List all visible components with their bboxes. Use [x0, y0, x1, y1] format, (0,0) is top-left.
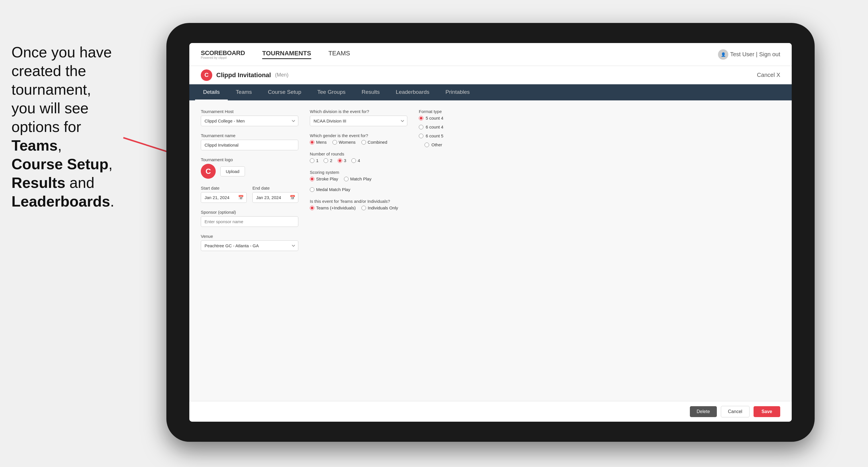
format-other[interactable]: Other [425, 142, 499, 147]
tournament-name: Clippd Invitational [216, 71, 271, 79]
tab-results[interactable]: Results [353, 84, 388, 100]
scoring-label: Scoring system [310, 170, 407, 175]
rounds-4-label: 4 [358, 158, 360, 163]
gender-womens-label: Womens [339, 140, 356, 145]
gender-label: Which gender is the event for? [310, 133, 407, 138]
save-button[interactable]: Save [753, 406, 780, 417]
venue-group: Venue Peachtree GC - Atlanta - GA [201, 234, 298, 251]
name-label: Tournament name [201, 133, 298, 138]
start-calendar-icon: 📅 [238, 195, 244, 200]
upload-button[interactable]: Upload [220, 166, 245, 177]
host-select[interactable]: Clippd College - Men [201, 116, 298, 126]
host-group: Tournament Host Clippd College - Men [201, 109, 298, 126]
scoring-medal-match-label: Medal Match Play [316, 187, 350, 192]
scoring-stroke-label: Stroke Play [316, 177, 338, 181]
format-6count4-label: 6 count 4 [426, 124, 443, 129]
explanation-text: Once you have created the tournament, yo… [0, 37, 132, 217]
division-select[interactable]: NCAA Division III [310, 116, 407, 126]
rounds-3[interactable]: 3 [338, 158, 346, 163]
tab-course-setup[interactable]: Course Setup [260, 84, 309, 100]
rounds-group: Number of rounds 1 2 [310, 152, 407, 163]
scoring-medal-match[interactable]: Medal Match Play [310, 187, 350, 192]
tab-leaderboards[interactable]: Leaderboards [388, 84, 437, 100]
logo-upload-area: C Upload [201, 164, 298, 179]
tab-printables[interactable]: Printables [437, 84, 478, 100]
form-columns: Tournament Host Clippd College - Men Tou… [201, 109, 780, 258]
format-6count5-label: 6 count 5 [426, 133, 443, 138]
scoring-group: Scoring system Stroke Play Match Play [310, 170, 407, 192]
scoring-match[interactable]: Match Play [344, 177, 371, 181]
rounds-4[interactable]: 4 [351, 158, 360, 163]
tournament-gender: (Men) [275, 72, 288, 78]
form-col-1: Tournament Host Clippd College - Men Tou… [201, 109, 298, 258]
top-navigation: SCOREBOARD Powered by clippd TOURNAMENTS… [189, 43, 792, 66]
gender-combined[interactable]: Combined [362, 140, 387, 145]
scoring-radio-group: Stroke Play Match Play Medal Match Play [310, 177, 407, 192]
tab-tee-groups[interactable]: Tee Groups [309, 84, 353, 100]
tab-details[interactable]: Details [195, 84, 228, 100]
end-date-group: End date 📅 [252, 186, 298, 203]
tablet-screen: SCOREBOARD Powered by clippd TOURNAMENTS… [189, 43, 792, 422]
nav-tournaments[interactable]: TOURNAMENTS [262, 50, 311, 59]
individuals-only[interactable]: Individuals Only [362, 206, 398, 210]
name-input[interactable] [201, 140, 298, 150]
tablet-device: SCOREBOARD Powered by clippd TOURNAMENTS… [166, 23, 815, 442]
rounds-1[interactable]: 1 [310, 158, 318, 163]
gender-group: Which gender is the event for? Mens Wome… [310, 133, 407, 145]
tournament-title-row: C Clippd Invitational (Men) [201, 69, 288, 81]
scoring-match-label: Match Play [350, 177, 371, 181]
nav-teams[interactable]: TEAMS [329, 50, 350, 59]
form-footer: Delete Cancel Save [189, 401, 792, 422]
logo-group: Tournament logo C Upload [201, 157, 298, 179]
sign-out-link[interactable]: Sign out [759, 51, 780, 58]
division-group: Which division is the event for? NCAA Di… [310, 109, 407, 126]
format-label: Format type [419, 109, 499, 114]
scoring-stroke[interactable]: Stroke Play [310, 177, 338, 181]
format-6count5[interactable]: 6 count 5 [419, 133, 499, 138]
start-date-group: Start date 📅 [201, 186, 247, 203]
logo-area: SCOREBOARD Powered by clippd [201, 49, 245, 59]
individuals-only-label: Individuals Only [368, 206, 398, 210]
tournament-logo-circle: C [201, 69, 212, 81]
logo-text: SCOREBOARD [201, 49, 245, 57]
division-label: Which division is the event for? [310, 109, 407, 114]
gender-radio-group: Mens Womens Combined [310, 140, 407, 145]
rounds-label: Number of rounds [310, 152, 407, 156]
teams-individuals-radio-group: Teams (+Individuals) Individuals Only [310, 206, 407, 210]
sponsor-input[interactable] [201, 216, 298, 227]
format-6count4[interactable]: 6 count 4 [419, 124, 499, 129]
nav-links: TOURNAMENTS TEAMS [262, 50, 350, 59]
gender-combined-label: Combined [368, 140, 387, 145]
format-5count4[interactable]: 5 count 4 [419, 116, 499, 121]
logo-circle: C [201, 164, 216, 179]
rounds-2[interactable]: 2 [323, 158, 332, 163]
rounds-1-label: 1 [316, 158, 318, 163]
gender-womens[interactable]: Womens [333, 140, 356, 145]
teams-plus-label: Teams (+Individuals) [316, 206, 356, 210]
format-radio-group: 5 count 4 6 count 4 6 count 5 [419, 116, 499, 147]
format-group: Format type 5 count 4 6 count 4 [419, 109, 499, 147]
rounds-3-label: 3 [344, 158, 346, 163]
nav-left: SCOREBOARD Powered by clippd TOURNAMENTS… [201, 49, 350, 59]
venue-label: Venue [201, 234, 298, 239]
sponsor-group: Sponsor (optional) [201, 210, 298, 227]
user-area: 👤 Test User | Sign out [718, 49, 780, 60]
cancel-tournament-button[interactable]: Cancel X [757, 72, 780, 78]
form-col-3: Format type 5 count 4 6 count 4 [419, 109, 499, 258]
name-group: Tournament name [201, 133, 298, 150]
tab-teams[interactable]: Teams [228, 84, 260, 100]
start-date-label: Start date [201, 186, 247, 190]
format-5count4-label: 5 count 4 [426, 116, 443, 121]
delete-button[interactable]: Delete [690, 406, 717, 417]
form-body: Tournament Host Clippd College - Men Tou… [189, 100, 792, 401]
gender-mens[interactable]: Mens [310, 140, 327, 145]
teams-individuals-group: Is this event for Teams and/or Individua… [310, 199, 407, 210]
venue-select[interactable]: Peachtree GC - Atlanta - GA [201, 240, 298, 251]
logo-label: Tournament logo [201, 157, 298, 162]
teams-plus-individuals[interactable]: Teams (+Individuals) [310, 206, 356, 210]
tournament-header: C Clippd Invitational (Men) Cancel X [189, 66, 792, 84]
gender-mens-label: Mens [316, 140, 327, 145]
cancel-button[interactable]: Cancel [721, 406, 749, 417]
end-date-label: End date [252, 186, 298, 190]
teams-individuals-label: Is this event for Teams and/or Individua… [310, 199, 407, 204]
